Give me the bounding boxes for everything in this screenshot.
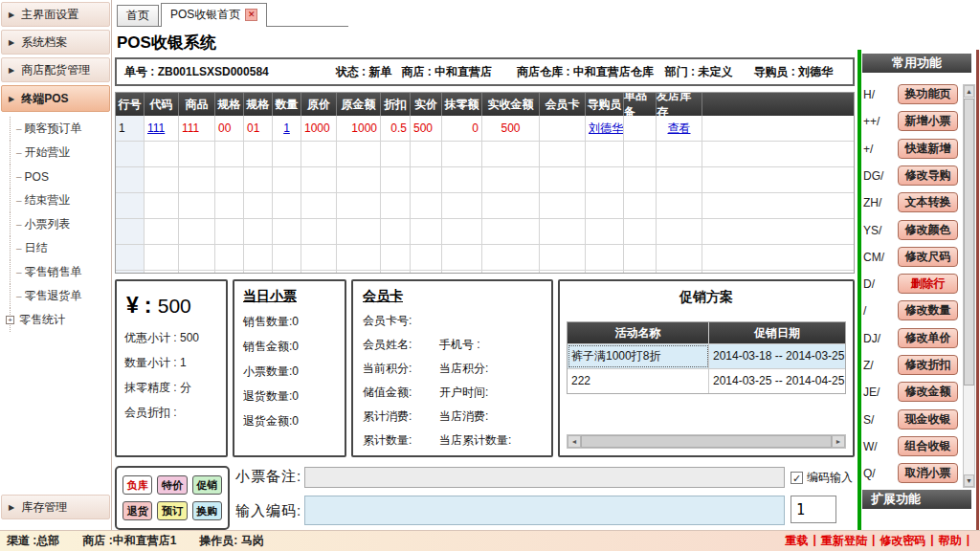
tab-home[interactable]: 首页 [117, 5, 159, 26]
mode-button-预订[interactable]: 预订 [157, 501, 187, 520]
sidebar-item-顾客预订单[interactable]: –顾客预订单 [10, 117, 109, 141]
function-button-修改导购[interactable]: 修改导购 [898, 165, 958, 186]
tab-close-icon[interactable]: ✕ [245, 9, 257, 21]
row-cell [273, 193, 301, 218]
sidebar-section-库存管理[interactable]: ▶库存管理 [1, 495, 110, 519]
row-cell [179, 245, 215, 270]
function-button-快速新增[interactable]: 快速新增 [898, 139, 958, 159]
row-cell: 0.5 [381, 116, 411, 141]
row-cell [116, 271, 145, 274]
member-field-label: 会员卡号: [363, 313, 439, 329]
row-cell [244, 167, 273, 192]
promotions-hscrollbar[interactable]: ◄ ► [567, 434, 846, 449]
shortcut-key-label: +/ [863, 143, 873, 156]
function-button-换功能页[interactable]: 换功能页 [898, 84, 958, 104]
function-button-修改数量[interactable]: 修改数量 [898, 300, 958, 320]
row-cell [116, 193, 145, 218]
status-link-帮助[interactable]: 帮助 [939, 533, 962, 549]
function-button-修改颜色[interactable]: 修改颜色 [898, 220, 958, 240]
status-link-重载[interactable]: 重载 [786, 533, 809, 549]
function-button-修改折扣[interactable]: 修改折扣 [898, 355, 958, 375]
row-cell [482, 219, 540, 244]
tree-dash-icon: – [16, 171, 22, 182]
sidebar-item-label: 零售退货单 [25, 288, 82, 304]
row-cell [215, 167, 244, 192]
row-cell[interactable]: 刘德华 [586, 116, 624, 141]
sidebar-item-开始营业[interactable]: –开始营业 [10, 141, 109, 165]
items-table-header: 行号代码商品规格规格数量原价原金额折扣实价抹零额实收金额会员卡导购员单品备友店库… [116, 93, 854, 116]
table-row [116, 167, 854, 193]
function-button-修改金额[interactable]: 修改金额 [898, 382, 958, 402]
sidebar-item-零售销售单[interactable]: –零售销售单 [10, 260, 109, 284]
sidebar-section-终端POS[interactable]: ▶终端POS [1, 85, 110, 112]
checkbox-checked-icon[interactable]: ✓ [791, 472, 803, 484]
scroll-up-icon[interactable]: ▲ [964, 85, 974, 98]
row-cell [145, 193, 179, 218]
function-button-修改尺码[interactable]: 修改尺码 [898, 247, 958, 267]
row-cell [624, 245, 657, 270]
order-info-状态: 状态 : 新单 [336, 64, 392, 80]
function-button-组合收银[interactable]: 组合收银 [898, 436, 958, 456]
scroll-left-icon[interactable]: ◄ [568, 435, 581, 448]
row-cell: 01 [244, 116, 273, 141]
expand-arrow-icon: ▶ [9, 38, 14, 47]
scrollbar-thumb[interactable] [964, 99, 974, 386]
status-link-重新登陆[interactable]: 重新登陆 [821, 533, 867, 549]
promo-row[interactable]: 裤子满1000打8折2014-03-18 -- 2014-03-25 [568, 343, 845, 368]
column-header-会员卡: 会员卡 [540, 93, 586, 116]
tree-dash-icon: – [16, 195, 22, 206]
row-cell [244, 271, 273, 274]
tab-strip: 首页 POS收银首页 ✕ [117, 4, 348, 27]
sidebar-item-label: 零售销售单 [25, 264, 82, 280]
mode-button-换购[interactable]: 换购 [192, 501, 222, 520]
function-button-修改单价[interactable]: 修改单价 [898, 328, 958, 348]
total-line-抹零精度: 抹零精度 : 分 [124, 380, 218, 396]
mode-button-负库[interactable]: 负库 [122, 475, 152, 495]
function-button-新增小票[interactable]: 新增小票 [898, 111, 958, 131]
promotions-panel: 促销方案 活动名称促销日期裤子满1000打8折2014-03-18 -- 201… [558, 279, 855, 457]
sidebar-item-小票列表[interactable]: –小票列表 [10, 212, 109, 236]
scroll-right-icon[interactable]: ► [832, 435, 845, 448]
code-input[interactable] [304, 496, 785, 525]
sidebar-item-结束营业[interactable]: –结束营业 [10, 188, 109, 212]
function-button-删除行[interactable]: 删除行 [898, 274, 958, 294]
row-cell[interactable]: 查看 [657, 116, 702, 141]
row-cell[interactable]: 1 [273, 116, 301, 141]
sidebar-section-系统档案[interactable]: ▶系统档案 [1, 30, 110, 55]
row-cell [215, 245, 244, 270]
mode-button-特价[interactable]: 特价 [157, 475, 187, 495]
function-button-取消小票[interactable]: 取消小票 [898, 463, 958, 483]
functions-vscrollbar[interactable]: ▲ ▼ [963, 84, 975, 488]
expand-plus-icon[interactable]: + [6, 316, 14, 324]
tab-pos-cashier[interactable]: POS收银首页 ✕ [161, 3, 267, 26]
function-row: S/现金收银 [863, 409, 963, 430]
sidebar-section-主界面设置[interactable]: ▶主界面设置 [1, 2, 110, 27]
mode-button-促销[interactable]: 促销 [192, 475, 222, 495]
row-cell [624, 167, 657, 192]
sidebar-section-商店配货管理[interactable]: ▶商店配货管理 [1, 57, 110, 82]
sidebar-item-POS[interactable]: –POS [10, 165, 109, 188]
quantity-input[interactable] [791, 496, 836, 523]
note-input[interactable] [304, 467, 785, 488]
function-button-现金收银[interactable]: 现金收银 [898, 409, 958, 430]
mode-button-退货[interactable]: 退货 [122, 501, 152, 520]
row-cell [145, 167, 179, 192]
row-cell [145, 271, 179, 274]
table-row [116, 142, 854, 167]
sidebar-item-零售统计[interactable]: +零售统计 [10, 308, 109, 332]
row-cell[interactable]: 111 [145, 116, 179, 141]
row-cell [540, 116, 586, 141]
code-entry-toggle[interactable]: ✓ 编码输入 [791, 470, 853, 486]
column-header-filler [702, 93, 854, 116]
promo-row[interactable]: 2222014-03-25 -- 2014-04-25 [568, 368, 845, 393]
shortcut-key-label: DG/ [863, 169, 883, 183]
scroll-down-icon[interactable]: ▼ [964, 474, 974, 487]
status-link-修改密码[interactable]: 修改密码 [880, 533, 925, 549]
expand-arrow-icon: ▶ [9, 11, 14, 19]
scrollbar-thumb[interactable] [581, 435, 832, 448]
sidebar-item-日结[interactable]: –日结 [10, 236, 109, 260]
sidebar-item-零售退货单[interactable]: –零售退货单 [10, 284, 109, 308]
column-header-商品: 商品 [179, 93, 215, 116]
function-button-文本转换[interactable]: 文本转换 [898, 192, 958, 212]
table-row[interactable]: 111111100011100010000.55000500刘德华查看 [116, 116, 854, 142]
